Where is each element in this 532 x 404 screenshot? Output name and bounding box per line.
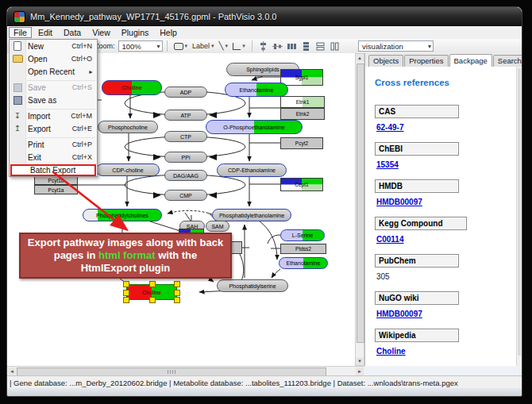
selection-handle[interactable] [174,281,180,287]
scroll-right-icon[interactable]: ► [356,367,364,375]
scroll-up-icon[interactable]: ▲ [356,54,364,62]
menu-item-exit[interactable]: Exit Ctrl+X [10,151,97,164]
xref-link-hmdb[interactable]: HMDB00097 [376,198,422,206]
menu-item-export[interactable]: ↥ Export Ctrl+E [10,122,97,135]
menu-data[interactable]: Data [59,27,86,38]
node-phosphocholine[interactable]: Phosphocholine [98,121,158,133]
tab-objects[interactable]: Objects [368,55,403,67]
node-choline-top[interactable]: Choline [102,80,162,95]
canvas-vertical-scrollbar[interactable]: ▲ ▼ [355,53,364,366]
stack-vertical-button[interactable] [314,40,328,52]
node-ctp[interactable]: CTP [164,131,207,142]
node-phosphatidylethanolamine[interactable]: Phosphatidylethanolamine [212,209,291,221]
zoom-combobox[interactable]: 100% ▾ [118,40,163,52]
node-atp[interactable]: ATP [164,110,207,121]
title-bar[interactable]: Mm_Kennedy_pathway_WP1771_45176.gpml - P… [7,7,522,26]
menu-plugins[interactable]: Plugins [117,27,153,38]
xref-source-wikipedia: Wikipedia [375,329,459,342]
toolbar-separator [252,40,253,52]
toolbar-separator [167,40,168,52]
scroll-left-icon[interactable]: ◄ [8,367,16,375]
align-center-y-button[interactable] [271,40,285,52]
node-ppi[interactable]: PPi [164,152,207,163]
selection-handle[interactable] [174,297,180,303]
node-cdp-choline[interactable]: CDP-choline [96,164,160,176]
tab-backpage[interactable]: Backpage [449,54,492,67]
xref-link-nugo[interactable]: HMDB00097 [376,310,422,318]
node-phosphatidylcholines[interactable]: Phosphatidylcholines [83,209,162,221]
menu-item-open[interactable]: Open Ctrl+O [10,52,97,65]
xref-link-cas[interactable]: 62-49-7 [376,123,403,132]
chevron-down-icon: ▾ [226,43,229,49]
node-etnk1[interactable]: Etnk1 [280,96,325,108]
canvas-horizontal-scrollbar[interactable]: ◄ ► [7,366,364,375]
menu-item-open-recent[interactable]: Open Recent ► [10,65,97,78]
export-icon: ↥ [10,125,25,133]
label-button-text: Label [192,42,210,50]
node-sam[interactable]: SAM [206,221,229,232]
xref-link-wikipedia[interactable]: Choline [376,347,406,356]
stack-vertical-icon [315,41,326,52]
node-dag[interactable]: DAG/AAG [164,170,207,181]
xref-value-pubchem: 305 [376,272,522,281]
tab-properties[interactable]: Properties [404,55,448,67]
pathvisio-window: Mm_Kennedy_pathway_WP1771_45176.gpml - P… [6,6,522,397]
node-l-serine[interactable]: L-Serine [280,229,325,241]
new-label-button[interactable]: Label ▾ [191,40,216,52]
menu-item-save[interactable]: Save Ctrl+S [10,81,97,94]
chevron-down-icon: ▾ [157,43,160,50]
stack-horizontal-button[interactable] [328,40,342,52]
node-ethanolamine-bottom[interactable]: Ethanolamine [279,257,328,269]
selection-handle[interactable] [123,281,129,287]
node-adp[interactable]: ADP [164,87,207,98]
new-connector-button[interactable]: ▾ [231,40,247,52]
zoom-value: 100% [122,42,141,51]
submenu-arrow-icon: ► [88,69,97,75]
selection-handle[interactable] [149,281,156,287]
menu-file[interactable]: File [9,27,32,38]
node-cmp[interactable]: CMP [164,190,207,201]
file-menu: New Ctrl+N Open Ctrl+O Open Recent ► Sav… [9,39,98,177]
node-pcyt2[interactable]: Pcyt2 [280,137,323,149]
selection-handle[interactable] [123,297,129,303]
distribute-vertical-button[interactable] [299,40,314,52]
node-ethanolamine-top[interactable]: Ethanolamine [225,83,288,97]
menu-item-import[interactable]: ↧ Import Ctrl+M [10,110,97,122]
node-choline-selected[interactable]: Choline [126,284,177,300]
selection-handle[interactable] [174,290,180,296]
scroll-down-icon[interactable]: ▼ [356,357,364,365]
node-pcyt1a[interactable]: Pcyt1a [34,185,78,194]
distribute-horizontal-button[interactable] [285,40,299,52]
menu-item-print[interactable]: Print Ctrl+P [10,138,97,151]
menu-item-new[interactable]: New Ctrl+N [10,40,97,52]
node-o-phosphoethanolamine[interactable]: O-Phosphoethanolamine [206,120,303,134]
xref-source-nugo: NuGO wiki [375,291,459,305]
line-tool-icon: ╲ [219,42,224,50]
node-etnk2[interactable]: Etnk2 [280,108,325,120]
node-ptdss2[interactable]: Ptdss2 [280,244,326,254]
tab-search[interactable]: Search [493,55,522,67]
menu-bar: File Edit Data View Plugins Help [7,26,522,40]
new-datanode-button[interactable]: ▾ [172,40,190,52]
menu-item-save-as[interactable]: Save as [10,94,97,106]
chevron-down-icon: ▾ [242,43,245,49]
panel-scrollbar[interactable] [516,67,522,366]
node-sgpl1[interactable]: Sgpl1 [280,69,323,86]
menu-edit[interactable]: Edit [33,27,57,38]
node-cept1[interactable]: Cept1 [280,178,323,191]
panel-scroll-thumb[interactable] [518,68,521,356]
align-center-x-button[interactable] [256,40,271,52]
xref-link-kegg[interactable]: C00114 [376,235,403,244]
selection-handle[interactable] [149,297,156,303]
visualization-combobox[interactable]: visualization ▾ [358,40,434,52]
menu-view[interactable]: View [87,27,115,38]
selection-handle[interactable] [123,290,129,296]
new-line-button[interactable]: ╲ ▾ [218,40,230,52]
menu-help[interactable]: Help [155,27,182,38]
menu-item-batch-export[interactable]: Batch Export [10,164,96,176]
node-cdp-ethanolamine[interactable]: CDP-Ethanolamine [217,164,287,177]
vscroll-thumb[interactable] [357,63,364,343]
xref-source-kegg: Kegg Compound [375,217,467,230]
xref-link-chebi[interactable]: 15354 [376,160,399,169]
node-phosphatidylserine[interactable]: Phosphatidylserine [217,279,288,292]
